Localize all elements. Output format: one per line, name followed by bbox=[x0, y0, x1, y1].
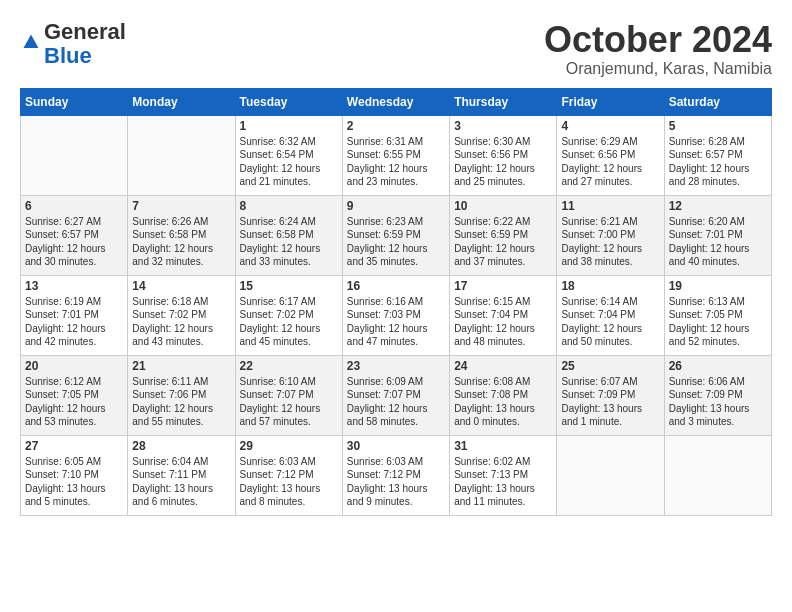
day-info-line: Sunset: 6:59 PM bbox=[347, 229, 421, 240]
col-saturday: Saturday bbox=[664, 88, 771, 115]
day-info-line: Sunrise: 6:11 AM bbox=[132, 376, 208, 387]
day-info-line: Sunset: 6:56 PM bbox=[454, 149, 528, 160]
day-number: 29 bbox=[240, 439, 338, 453]
day-info-line: Daylight: 12 hours and 45 minutes. bbox=[240, 323, 321, 348]
day-info-line: Sunrise: 6:09 AM bbox=[347, 376, 423, 387]
day-info-line: Daylight: 12 hours and 52 minutes. bbox=[669, 323, 750, 348]
day-info-line: Daylight: 12 hours and 42 minutes. bbox=[25, 323, 106, 348]
calendar-week-2: 6Sunrise: 6:27 AMSunset: 6:57 PMDaylight… bbox=[21, 195, 772, 275]
table-row: 31Sunrise: 6:02 AMSunset: 7:13 PMDayligh… bbox=[450, 435, 557, 515]
header: General Blue October 2024 Oranjemund, Ka… bbox=[20, 20, 772, 78]
table-row bbox=[128, 115, 235, 195]
day-info-line: Sunrise: 6:07 AM bbox=[561, 376, 637, 387]
day-info-line: Daylight: 12 hours and 21 minutes. bbox=[240, 163, 321, 188]
day-info-line: Sunrise: 6:14 AM bbox=[561, 296, 637, 307]
day-number: 1 bbox=[240, 119, 338, 133]
day-info-line: Daylight: 12 hours and 35 minutes. bbox=[347, 243, 428, 268]
day-number: 24 bbox=[454, 359, 552, 373]
day-info-line: Daylight: 13 hours and 9 minutes. bbox=[347, 483, 428, 508]
calendar-week-4: 20Sunrise: 6:12 AMSunset: 7:05 PMDayligh… bbox=[21, 355, 772, 435]
day-info: Sunrise: 6:24 AMSunset: 6:58 PMDaylight:… bbox=[240, 215, 338, 269]
day-info-line: Sunset: 6:55 PM bbox=[347, 149, 421, 160]
table-row: 10Sunrise: 6:22 AMSunset: 6:59 PMDayligh… bbox=[450, 195, 557, 275]
day-number: 18 bbox=[561, 279, 659, 293]
day-info-line: Sunset: 7:13 PM bbox=[454, 469, 528, 480]
day-number: 28 bbox=[132, 439, 230, 453]
table-row: 6Sunrise: 6:27 AMSunset: 6:57 PMDaylight… bbox=[21, 195, 128, 275]
day-info-line: Daylight: 12 hours and 28 minutes. bbox=[669, 163, 750, 188]
day-number: 10 bbox=[454, 199, 552, 213]
day-info: Sunrise: 6:16 AMSunset: 7:03 PMDaylight:… bbox=[347, 295, 445, 349]
day-info-line: Sunrise: 6:03 AM bbox=[240, 456, 316, 467]
day-info: Sunrise: 6:17 AMSunset: 7:02 PMDaylight:… bbox=[240, 295, 338, 349]
day-info-line: Sunset: 7:08 PM bbox=[454, 389, 528, 400]
day-info-line: Sunrise: 6:15 AM bbox=[454, 296, 530, 307]
table-row: 29Sunrise: 6:03 AMSunset: 7:12 PMDayligh… bbox=[235, 435, 342, 515]
day-info: Sunrise: 6:29 AMSunset: 6:56 PMDaylight:… bbox=[561, 135, 659, 189]
day-info-line: Sunset: 7:05 PM bbox=[25, 389, 99, 400]
day-info: Sunrise: 6:27 AMSunset: 6:57 PMDaylight:… bbox=[25, 215, 123, 269]
day-info-line: Daylight: 12 hours and 30 minutes. bbox=[25, 243, 106, 268]
table-row: 17Sunrise: 6:15 AMSunset: 7:04 PMDayligh… bbox=[450, 275, 557, 355]
day-info-line: Sunrise: 6:27 AM bbox=[25, 216, 101, 227]
day-info: Sunrise: 6:18 AMSunset: 7:02 PMDaylight:… bbox=[132, 295, 230, 349]
table-row: 24Sunrise: 6:08 AMSunset: 7:08 PMDayligh… bbox=[450, 355, 557, 435]
day-info-line: Sunrise: 6:03 AM bbox=[347, 456, 423, 467]
col-sunday: Sunday bbox=[21, 88, 128, 115]
calendar-page: General Blue October 2024 Oranjemund, Ka… bbox=[0, 0, 792, 526]
day-info-line: Sunrise: 6:08 AM bbox=[454, 376, 530, 387]
day-number: 16 bbox=[347, 279, 445, 293]
day-info-line: Sunset: 7:00 PM bbox=[561, 229, 635, 240]
day-info-line: Daylight: 13 hours and 5 minutes. bbox=[25, 483, 106, 508]
day-info-line: Sunrise: 6:12 AM bbox=[25, 376, 101, 387]
day-info-line: Sunset: 6:59 PM bbox=[454, 229, 528, 240]
col-wednesday: Wednesday bbox=[342, 88, 449, 115]
day-number: 3 bbox=[454, 119, 552, 133]
day-info-line: Sunset: 6:57 PM bbox=[25, 229, 99, 240]
calendar-week-5: 27Sunrise: 6:05 AMSunset: 7:10 PMDayligh… bbox=[21, 435, 772, 515]
day-info: Sunrise: 6:03 AMSunset: 7:12 PMDaylight:… bbox=[347, 455, 445, 509]
day-info: Sunrise: 6:08 AMSunset: 7:08 PMDaylight:… bbox=[454, 375, 552, 429]
day-info-line: Sunrise: 6:06 AM bbox=[669, 376, 745, 387]
day-info-line: Sunset: 7:05 PM bbox=[669, 309, 743, 320]
table-row: 11Sunrise: 6:21 AMSunset: 7:00 PMDayligh… bbox=[557, 195, 664, 275]
day-info: Sunrise: 6:12 AMSunset: 7:05 PMDaylight:… bbox=[25, 375, 123, 429]
table-row: 1Sunrise: 6:32 AMSunset: 6:54 PMDaylight… bbox=[235, 115, 342, 195]
day-info-line: Daylight: 12 hours and 47 minutes. bbox=[347, 323, 428, 348]
table-row: 21Sunrise: 6:11 AMSunset: 7:06 PMDayligh… bbox=[128, 355, 235, 435]
table-row bbox=[557, 435, 664, 515]
table-row: 28Sunrise: 6:04 AMSunset: 7:11 PMDayligh… bbox=[128, 435, 235, 515]
day-info-line: Sunrise: 6:10 AM bbox=[240, 376, 316, 387]
day-number: 11 bbox=[561, 199, 659, 213]
day-info-line: Sunrise: 6:19 AM bbox=[25, 296, 101, 307]
day-info-line: Sunrise: 6:28 AM bbox=[669, 136, 745, 147]
day-info-line: Sunrise: 6:32 AM bbox=[240, 136, 316, 147]
day-info: Sunrise: 6:32 AMSunset: 6:54 PMDaylight:… bbox=[240, 135, 338, 189]
day-info: Sunrise: 6:11 AMSunset: 7:06 PMDaylight:… bbox=[132, 375, 230, 429]
day-info-line: Sunrise: 6:04 AM bbox=[132, 456, 208, 467]
day-info-line: Daylight: 12 hours and 40 minutes. bbox=[669, 243, 750, 268]
day-number: 2 bbox=[347, 119, 445, 133]
day-info-line: Daylight: 12 hours and 50 minutes. bbox=[561, 323, 642, 348]
day-number: 27 bbox=[25, 439, 123, 453]
day-number: 4 bbox=[561, 119, 659, 133]
day-info-line: Sunset: 6:57 PM bbox=[669, 149, 743, 160]
day-info-line: Sunset: 7:07 PM bbox=[240, 389, 314, 400]
day-info-line: Sunset: 7:10 PM bbox=[25, 469, 99, 480]
table-row: 19Sunrise: 6:13 AMSunset: 7:05 PMDayligh… bbox=[664, 275, 771, 355]
day-number: 21 bbox=[132, 359, 230, 373]
day-info-line: Sunset: 6:58 PM bbox=[132, 229, 206, 240]
day-info: Sunrise: 6:05 AMSunset: 7:10 PMDaylight:… bbox=[25, 455, 123, 509]
day-info-line: Sunset: 7:01 PM bbox=[669, 229, 743, 240]
day-info: Sunrise: 6:13 AMSunset: 7:05 PMDaylight:… bbox=[669, 295, 767, 349]
day-info-line: Daylight: 12 hours and 33 minutes. bbox=[240, 243, 321, 268]
logo-general: General bbox=[44, 19, 126, 44]
day-number: 20 bbox=[25, 359, 123, 373]
calendar-header-row: Sunday Monday Tuesday Wednesday Thursday… bbox=[21, 88, 772, 115]
day-info-line: Daylight: 12 hours and 25 minutes. bbox=[454, 163, 535, 188]
table-row: 7Sunrise: 6:26 AMSunset: 6:58 PMDaylight… bbox=[128, 195, 235, 275]
col-tuesday: Tuesday bbox=[235, 88, 342, 115]
day-info-line: Sunrise: 6:18 AM bbox=[132, 296, 208, 307]
day-info-line: Sunrise: 6:17 AM bbox=[240, 296, 316, 307]
day-info: Sunrise: 6:21 AMSunset: 7:00 PMDaylight:… bbox=[561, 215, 659, 269]
